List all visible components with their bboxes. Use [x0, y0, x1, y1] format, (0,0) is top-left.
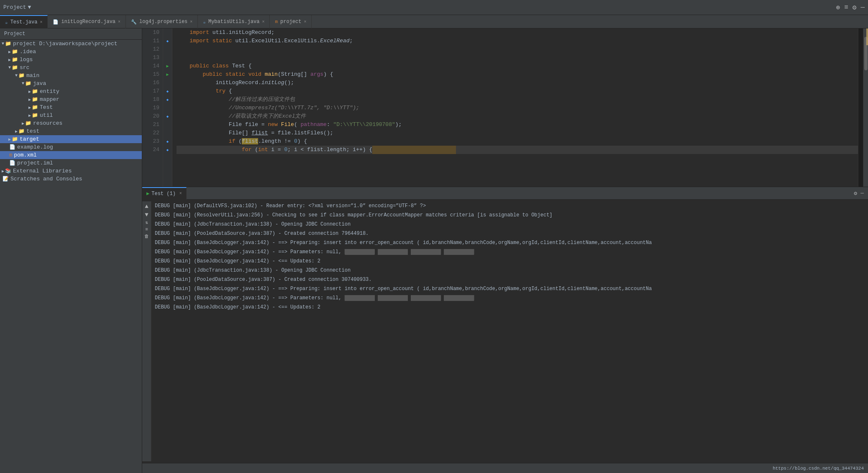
folder-icon-target: 📁	[12, 136, 18, 142]
filter-icon[interactable]: ≡	[145, 227, 148, 232]
tree-label-mapper: mapper	[40, 96, 59, 103]
log-line-1: DEBUG [main] (DefaultVFS.java:102) - Rea…	[155, 201, 865, 211]
tree-item-projectiml[interactable]: 📄 project.iml	[0, 159, 142, 167]
tab-close-project[interactable]: ×	[304, 20, 306, 24]
folder-icon-java: 📁	[25, 80, 31, 87]
tab-run-test[interactable]: ▶ Test (1) ×	[142, 187, 187, 200]
tab-close-initlogrecord[interactable]: ×	[118, 20, 120, 24]
gutter-line19	[163, 104, 172, 112]
settings-icon-bottom[interactable]: ⚙	[854, 190, 857, 197]
tree-label-logs: logs	[20, 57, 33, 63]
tree-label-testfolder: Test	[40, 104, 53, 111]
gutter-line14-run[interactable]: ▶	[163, 62, 172, 70]
code-editor[interactable]: import util.initLogRecord; import static…	[172, 28, 858, 187]
scroll-up-button[interactable]: ▲	[145, 203, 148, 210]
tree-item-idea[interactable]: ▶ 📁 .idea	[0, 48, 142, 56]
gutter-line12	[163, 45, 172, 54]
tree-label-idea: .idea	[20, 49, 36, 55]
tab-label-mybatisutils: MybatisUtils.java	[208, 19, 259, 25]
gutter-line10	[163, 28, 172, 37]
layout-icon[interactable]: ≡	[844, 4, 848, 11]
run-tab-label: Test (1)	[151, 191, 176, 197]
arrow-logs: ▶	[8, 57, 11, 62]
tab-close-test[interactable]: ×	[40, 20, 42, 25]
gutter-line21	[163, 121, 172, 129]
code-line-13	[177, 54, 858, 62]
module-file-icon: m	[275, 19, 278, 24]
log-line-10: DEBUG [main] (BaseJdbcLogger.java:142) -…	[155, 284, 865, 293]
sidebar-title: Project	[4, 31, 25, 37]
tree-item-scratches[interactable]: 📝 Scratches and Consoles	[0, 175, 142, 183]
sort-icon[interactable]: ⇅	[145, 220, 148, 225]
log-line-4: DEBUG [main] (PooledDataSource.java:387)…	[155, 229, 865, 238]
tree-label-main: main	[26, 72, 39, 79]
tree-item-java[interactable]: ▼ 📁 java	[0, 80, 142, 87]
tab-close-log4j[interactable]: ×	[190, 20, 192, 24]
tab-close-mybatisutils[interactable]: ×	[262, 20, 264, 24]
tree-item-resources[interactable]: ▶ 📁 resources	[0, 119, 142, 127]
arrow-target: ▶	[8, 137, 11, 142]
console-content: ▲ ▼ ⇅ ≡ 🗑 DEBUG [main] (DefaultVFS.java:…	[142, 200, 868, 463]
tree-item-target[interactable]: ▶ 📁 target	[0, 135, 142, 143]
gutter-line20-bookmark: ◆	[163, 112, 172, 121]
log-line-9: DEBUG [main] (PooledDataSource.java:387)…	[155, 275, 865, 284]
tree-item-test[interactable]: ▶ 📁 test	[0, 127, 142, 135]
gutter-line17-bookmark: ◆	[163, 87, 172, 95]
code-line-14: public class Test {	[177, 62, 858, 70]
tree-item-src[interactable]: ▼ 📁 src	[0, 64, 142, 72]
tree-label-project: project D:\javaworkspace\project	[13, 41, 118, 47]
tree-item-logs[interactable]: ▶ 📁 logs	[0, 56, 142, 64]
tree-item-external-libs[interactable]: ▶ 📚 External Libraries	[0, 167, 142, 175]
tree-item-testfolder[interactable]: ▶ 📁 Test	[0, 103, 142, 111]
folder-icon-util: 📁	[32, 112, 38, 118]
clear-icon[interactable]: 🗑	[144, 234, 149, 239]
vertical-scrollbar[interactable]	[863, 28, 868, 187]
tab-test-java[interactable]: ☕ Test.java ×	[0, 15, 48, 28]
arrow-test: ▶	[15, 129, 18, 134]
console-log-output: DEBUG [main] (DefaultVFS.java:102) - Rea…	[151, 201, 868, 461]
java-file-icon2: 📄	[53, 19, 59, 25]
code-line-19: //Uncompress7z("D:\\YTT.7z", "D:\\YTT");	[177, 104, 858, 112]
library-icon: 📚	[5, 168, 11, 174]
folder-icon-logs: 📁	[12, 57, 18, 63]
tree-item-examplelog[interactable]: 📄 example.log	[0, 143, 142, 151]
run-tab-close[interactable]: ×	[179, 191, 182, 196]
tree-item-util[interactable]: ▶ 📁 util	[0, 111, 142, 119]
minimize-icon[interactable]: —	[860, 4, 865, 11]
tab-initlogrecord[interactable]: 📄 initLogRecord.java ×	[48, 15, 126, 28]
tab-label-project: project	[280, 19, 301, 25]
code-line-16: initLogRecord.initLog();	[177, 79, 858, 87]
tab-log4j[interactable]: 🔧 log4j.properties ×	[126, 15, 198, 28]
properties-file-icon: 🔧	[131, 19, 137, 25]
code-line-21: File file = new File( pathname: "D:\\YTT…	[177, 121, 858, 129]
code-line-20: //获取该文件夹下的Excel文件	[177, 112, 858, 121]
project-title[interactable]: Project ▼	[3, 4, 31, 10]
minimize-icon-bottom[interactable]: —	[860, 190, 864, 197]
gutter-line11-bookmark: ◆	[163, 37, 172, 45]
settings-icon[interactable]: ⚙	[853, 3, 857, 12]
tree-item-mapper[interactable]: ▶ 📁 mapper	[0, 95, 142, 103]
tree-label-resources: resources	[33, 120, 62, 126]
pom-file-icon: m	[9, 152, 12, 158]
arrow-main: ▼	[15, 73, 18, 78]
tree-item-main[interactable]: ▼ 📁 main	[0, 72, 142, 80]
arrow-resources: ▶	[22, 121, 24, 126]
tree-item-entity[interactable]: ▶ 📁 entity	[0, 87, 142, 95]
tab-mybatisutils[interactable]: ☕ MybatisUtils.java ×	[198, 15, 270, 28]
log-line-2: DEBUG [main] (ResolverUtil.java:256) - C…	[155, 211, 865, 220]
tab-project[interactable]: m project ×	[270, 15, 312, 28]
gutter-line24-bookmark: ◆	[163, 146, 172, 154]
gutter-line15-run[interactable]: ▶	[163, 70, 172, 79]
tree-item-project[interactable]: ▼ 📁 project D:\javaworkspace\project	[0, 40, 142, 48]
minimap	[858, 28, 863, 187]
folder-icon-src: 📁	[12, 64, 18, 71]
code-line-17: try {	[177, 87, 858, 95]
folder-icon-mapper: 📁	[32, 96, 38, 103]
scroll-down-button[interactable]: ▼	[145, 211, 148, 218]
project-chevron[interactable]: ▼	[28, 4, 31, 10]
tree-item-pomxml[interactable]: m pom.xml	[0, 151, 142, 159]
tree-label-external-libs: External Libraries	[13, 168, 72, 174]
run-tab-icon: ▶	[146, 190, 149, 197]
globe-icon[interactable]: ⊕	[836, 3, 840, 12]
editor-area: 10 11 12 13 14 15 16 17 18 19 20 21 22 2…	[142, 28, 868, 473]
